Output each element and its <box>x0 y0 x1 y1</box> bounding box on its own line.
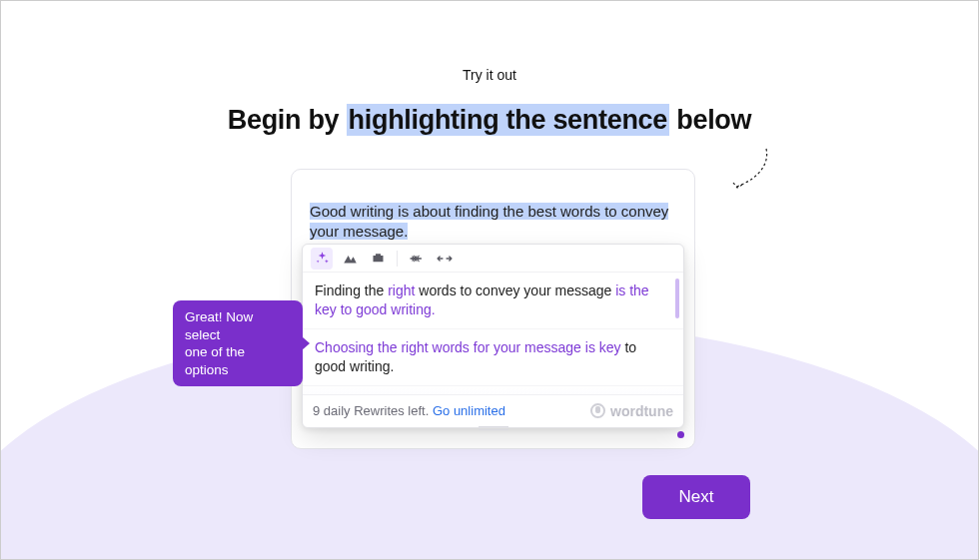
toolbar-separator <box>397 251 398 267</box>
expand-icon[interactable] <box>434 248 456 270</box>
headline-post: below <box>669 105 751 135</box>
curved-arrow-icon <box>730 147 772 197</box>
status-dot <box>677 431 684 438</box>
rewrite-option[interactable]: Choosing the right words for your messag… <box>303 329 683 386</box>
highlighted-text[interactable]: Good writing is about finding the best w… <box>310 203 668 240</box>
sample-sentence[interactable]: Good writing is about finding the best w… <box>310 202 676 243</box>
hint-tooltip: Great! Now select one of the options <box>173 300 303 386</box>
sparkle-icon[interactable] <box>311 248 333 270</box>
rewrite-popup: Finding the right words to convey your m… <box>302 244 684 428</box>
rewrite-options: Finding the right words to convey your m… <box>303 273 683 394</box>
rewrite-option-more[interactable] <box>303 386 683 394</box>
rewrites-left: 9 daily Rewrites left. Go unlimited <box>313 403 505 418</box>
popup-footer: 9 daily Rewrites left. Go unlimited word… <box>303 394 683 427</box>
page-headline: Begin by highlighting the sentence below <box>1 105 978 136</box>
shorten-icon[interactable] <box>406 248 428 270</box>
go-unlimited-link[interactable]: Go unlimited <box>433 403 505 418</box>
resize-handle[interactable] <box>479 426 508 430</box>
scrollbar[interactable] <box>675 279 679 318</box>
wordtune-logo-icon <box>590 403 605 418</box>
casual-icon[interactable] <box>339 248 361 270</box>
headline-highlight: highlighting the sentence <box>347 104 670 136</box>
editor-card: Good writing is about finding the best w… <box>291 169 695 449</box>
try-it-label: Try it out <box>1 67 978 83</box>
brand-badge: wordtune <box>590 403 673 419</box>
formal-icon[interactable] <box>367 248 389 270</box>
next-button[interactable]: Next <box>642 475 750 519</box>
headline-pre: Begin by <box>228 105 347 135</box>
rewrite-option[interactable]: Finding the right words to convey your m… <box>303 273 683 329</box>
rewrite-toolbar <box>303 245 683 273</box>
